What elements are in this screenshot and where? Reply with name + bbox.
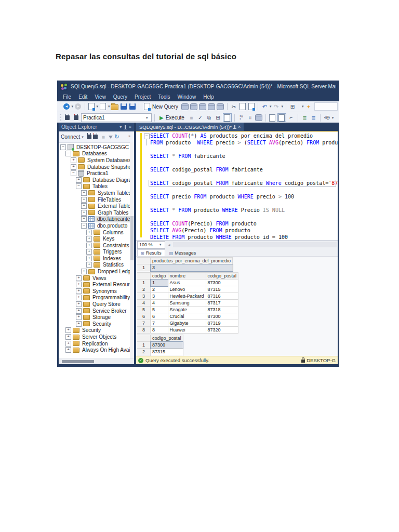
tree-item-system-databases[interactable]: +System Databases	[59, 157, 130, 164]
parse-icon[interactable]: ✓	[196, 114, 204, 122]
expand-icon[interactable]: +	[65, 347, 71, 353]
hscroll-left-icon[interactable]: ◄	[167, 243, 171, 247]
row-number[interactable]: 1	[137, 280, 151, 286]
stop-icon[interactable]: ■	[99, 133, 107, 141]
code-line[interactable]: SELECT * FROM producto WHERE Precio IS N…	[136, 207, 338, 214]
open-file-icon[interactable]	[111, 103, 118, 111]
undo-icon[interactable]: ↶	[261, 103, 269, 111]
grid-cell[interactable]: 6	[151, 313, 168, 320]
collapse-icon[interactable]: −	[81, 223, 87, 229]
tab-messages[interactable]: ▤ Messages	[166, 250, 200, 256]
tree-item-dbo-fabricante[interactable]: +dbo.fabricante	[59, 216, 130, 223]
panel-dropdown-icon[interactable]: ▾	[119, 125, 122, 129]
tree-horizontal-scrollbar[interactable]	[59, 358, 134, 364]
tab-results[interactable]: ⊞ Results	[137, 249, 165, 256]
save-all-icon[interactable]	[128, 103, 136, 111]
tab-pin-icon[interactable]	[234, 125, 235, 128]
query-tab[interactable]: SQLQuery5.sql - D...CG5GC\Admin (54))* ×	[136, 123, 244, 131]
code-line[interactable]: SELECT COUNT(*) AS productos_por_encima_…	[136, 132, 338, 139]
grid-cell[interactable]: 1	[151, 280, 168, 286]
grid-cell[interactable]: 87315	[206, 286, 238, 293]
estimated-plan-icon[interactable]: ⧉	[205, 114, 213, 122]
sql-code[interactable]: SELECT COUNT(*) AS productos_por_encima_…	[136, 132, 338, 240]
undo-dropdown-icon[interactable]: ▾	[270, 104, 272, 109]
grid-corner[interactable]	[137, 335, 151, 342]
disconnect-icon[interactable]	[93, 135, 98, 139]
column-header-codigo-postal[interactable]: codigo_postal	[206, 273, 238, 280]
tree-item-service-broker[interactable]: +Service Broker	[59, 308, 130, 314]
pin-icon[interactable]	[125, 125, 126, 129]
row-number[interactable]: 5	[137, 307, 151, 313]
comment-icon[interactable]	[269, 114, 276, 122]
tree-item-database-snapshots[interactable]: +Database Snapshots	[59, 164, 130, 170]
tree-item-dbo-producto[interactable]: −dbo.producto	[59, 222, 130, 229]
tab-close-icon[interactable]: ×	[238, 124, 241, 129]
query-options-icon[interactable]: ⁝⁝	[246, 114, 254, 122]
tree-item-indexes[interactable]: +Indexes	[59, 255, 130, 262]
grid-cell[interactable]: Hewlett-Packard	[168, 293, 206, 300]
editor-horizontal-scrollbar[interactable]	[173, 242, 337, 247]
editor-zoom-combo[interactable]: 100 % ▾	[137, 241, 165, 249]
row-number[interactable]: 1	[137, 342, 151, 349]
expand-icon[interactable]: +	[86, 262, 92, 268]
tree-item-external-tables[interactable]: +External Tables	[59, 203, 130, 209]
column-header-productos-por-encima-del-promedio[interactable]: productos_por_encima_del_promedio	[151, 258, 233, 264]
filter-icon[interactable]	[109, 136, 113, 139]
tree-item-database-diagrams[interactable]: +Database Diagrams	[59, 177, 130, 183]
tree-item-programmability[interactable]: +Programmability	[59, 295, 130, 301]
column-header-nombre[interactable]: nombre	[168, 273, 206, 280]
row-number[interactable]: 2	[137, 349, 151, 355]
expand-icon[interactable]: +	[76, 295, 82, 300]
tree-item-security[interactable]: +Security	[59, 321, 130, 327]
add-item-dropdown-icon[interactable]: ▾	[108, 104, 110, 109]
tree-item-server-objects[interactable]: +Server Objects	[59, 334, 130, 340]
redo-icon[interactable]: ↷	[272, 103, 280, 111]
grid-cell[interactable]: 3	[151, 293, 168, 300]
expand-icon[interactable]: +	[76, 321, 82, 327]
live-query-stats-icon[interactable]: ⊞	[214, 114, 222, 122]
expand-icon[interactable]: +	[81, 210, 87, 216]
sql-editor[interactable]: − SELECT COUNT(*) AS productos_por_encim…	[136, 132, 338, 240]
grid-cell[interactable]: 87320	[206, 327, 238, 334]
grid-cell[interactable]: 87317	[206, 300, 238, 307]
code-line[interactable]	[136, 173, 338, 180]
code-line[interactable]: DELETE FROM producto WHERE producto_id =…	[136, 234, 338, 240]
grid-cell[interactable]: 7	[151, 320, 168, 327]
tree-item-desktop-gacg5gc-sql-ser[interactable]: −DESKTOP-GACG5GC (SQL Ser	[59, 144, 130, 151]
grid-corner[interactable]	[137, 258, 151, 264]
grid-cell[interactable]: 87316	[206, 293, 238, 300]
grid-corner[interactable]	[137, 273, 151, 280]
grid-cell[interactable]: Seagate	[168, 307, 206, 313]
column-header-codigo-postal[interactable]: codigo_postal	[151, 335, 183, 342]
row-number[interactable]: 7	[137, 320, 151, 327]
expand-icon[interactable]: +	[81, 190, 87, 196]
grid-cell[interactable]: 8	[151, 327, 168, 334]
code-line[interactable]: SELECT COUNT(Precio) FROM producto	[136, 220, 338, 227]
grid-cell[interactable]: Lenovo	[168, 286, 206, 293]
grid-cell[interactable]: Asus	[168, 280, 206, 286]
code-line[interactable]: SELECT codigo_postal FROM fabricante	[136, 166, 338, 173]
expand-icon[interactable]: +	[65, 327, 71, 333]
connect-icon[interactable]	[87, 135, 91, 139]
menu-tools[interactable]: Tools	[154, 94, 174, 100]
grid-cell[interactable]: 87300	[206, 280, 238, 286]
expand-icon[interactable]: +	[86, 256, 92, 261]
code-line[interactable]: SELECT precio FROM producto WHERE precio…	[136, 193, 338, 200]
row-number[interactable]: 6	[137, 313, 151, 320]
grid-cell[interactable]: 87319	[206, 320, 238, 327]
grid-cell[interactable]: Gigabyte	[168, 320, 206, 327]
close-icon[interactable]: ×	[129, 125, 131, 129]
code-line[interactable]	[136, 200, 338, 207]
code-line[interactable]	[136, 159, 338, 166]
expand-icon[interactable]: +	[76, 301, 82, 307]
grid-cell[interactable]: 3	[151, 264, 233, 271]
expand-icon[interactable]: +	[86, 249, 92, 255]
change-connection-icon[interactable]	[72, 114, 80, 122]
code-line[interactable]	[136, 146, 338, 153]
tree-item-always-on-high-availability[interactable]: +Always On High Availability	[59, 347, 130, 353]
analysis-xmla-query-icon[interactable]	[208, 103, 216, 111]
copy-icon[interactable]	[238, 103, 246, 111]
collapse-icon[interactable]: −	[76, 183, 82, 189]
tree-item-keys[interactable]: +Keys	[59, 235, 130, 242]
expand-icon[interactable]: +	[76, 177, 82, 183]
